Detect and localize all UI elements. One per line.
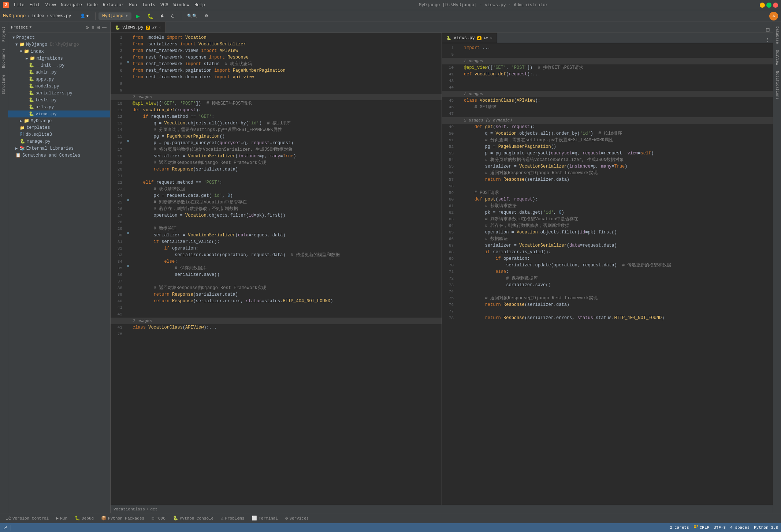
encoding-status[interactable]: CRLF [693, 525, 709, 530]
right-line-41: 41 def vocation_def(request):... [442, 71, 773, 78]
right-tab-views[interactable]: 🐍 views.py 3 ▲▼ ✕ [442, 33, 497, 43]
todo-tab[interactable]: ☑ TODO [149, 514, 168, 522]
database-tab[interactable]: Database [774, 23, 781, 47]
user-avatar[interactable]: A [769, 12, 778, 20]
tree-project[interactable]: ▼ Project [8, 34, 110, 41]
right-line-64: 64 # 若存在，则执行数据修改；否则新增数据 [442, 222, 773, 229]
run-tab[interactable]: ▶ Run [53, 514, 70, 522]
search-everywhere-btn[interactable]: 🔍🔍 [184, 12, 200, 19]
tree-index[interactable]: ▼ 📁 index [8, 48, 110, 55]
sciview-tab[interactable]: SciView [774, 47, 781, 68]
menu-file[interactable]: File [12, 2, 27, 8]
right-line-44: 44 [442, 84, 773, 91]
menu-run[interactable]: Run [127, 2, 139, 8]
code-line-5: 5 from rest_framework import status # 响应… [111, 61, 442, 67]
profile-btn[interactable]: 👤▼ [77, 12, 92, 19]
terminal-tab[interactable]: ⬜ Terminal [249, 514, 281, 522]
version-control-label: Version Control [12, 516, 49, 521]
profile-run-btn[interactable]: ⏱ [168, 13, 178, 19]
panel-settings-btn[interactable]: ⚙ [85, 24, 90, 31]
close-btn[interactable] [773, 3, 778, 8]
debug-tab[interactable]: 🐛 Debug [72, 514, 97, 522]
tree-serializers-py[interactable]: 🐍 serializers.py [8, 90, 110, 97]
editor-tab-left-views[interactable]: 🐍 views.py 3 ▲▼ ✕ [111, 22, 166, 33]
tree-models-py[interactable]: 🐍 models.py [8, 83, 110, 90]
menu-help[interactable]: Help [192, 2, 207, 8]
code-line-7: 7 from rest_framework.decorators import … [111, 74, 442, 80]
left-code-area[interactable]: 1 from .models import Vocation 2 from .s… [111, 33, 442, 505]
menu-window[interactable]: Window [171, 2, 191, 8]
tree-db-sqlite[interactable]: 🗄 db.sqlite3 [8, 131, 110, 138]
right-code-area[interactable]: 1 import ... 9 2 usages [442, 43, 773, 505]
menu-vcs[interactable]: VCS [158, 2, 171, 8]
templates-icon: 📁 [20, 125, 25, 130]
right-pane-options-btn[interactable]: ⋮ [765, 37, 770, 42]
panel-dropdown[interactable]: ▼ [29, 25, 31, 29]
tree-mydjango-root[interactable]: ▼ 📁 MyDjango D:\MyDjango [8, 41, 110, 48]
git-status[interactable]: ⎇ [3, 525, 8, 530]
structure-side-tab[interactable]: Structure [0, 72, 7, 97]
left-editor-pane: 1 from .models import Vocation 2 from .s… [111, 33, 442, 505]
right-line-54: 54 # 将分页后的数据传递给VocationSerializer, 生成JSO… [442, 157, 773, 163]
tree-scratches[interactable]: 📋 Scratches and Consoles [8, 152, 110, 159]
tree-manage-py[interactable]: 🐍 manage.py [8, 138, 110, 145]
title-bar: J File Edit View Navigate Code Refactor … [0, 0, 781, 10]
tree-views-py[interactable]: 🐍 views.py [8, 110, 110, 117]
code-line-31: 31 if serializer.is_valid(): [111, 239, 442, 245]
editor-split: 1 from .models import Vocation 2 from .s… [111, 33, 773, 505]
indent-status[interactable]: 4 spaces [730, 525, 750, 530]
maximize-btn[interactable] [766, 3, 771, 8]
version-control-tab[interactable]: ⎇ Version Control [3, 514, 52, 522]
minimize-btn[interactable] [760, 3, 765, 8]
debug-btn[interactable]: 🐛 [144, 12, 156, 20]
python-version-status[interactable]: Python 3.8 [754, 525, 778, 530]
problems-tab[interactable]: ⚠ Problems [218, 514, 247, 522]
run-config-selector[interactable]: MyDjango ▼ [98, 12, 131, 20]
project-side-tab[interactable]: Project [0, 23, 7, 45]
panel-hide-btn[interactable]: — [101, 24, 107, 31]
breadcrumb-item-2[interactable]: get [150, 507, 157, 512]
code-line-21: 21 [111, 173, 442, 179]
tree-templates[interactable]: 📁 templates [8, 124, 110, 131]
bookmarks-side-tab[interactable]: Bookmarks [0, 45, 7, 71]
menu-navigate[interactable]: Navigate [59, 2, 84, 8]
tree-migrations[interactable]: ▶ 📁 migrations [8, 55, 110, 62]
menu-code[interactable]: Code [85, 2, 100, 8]
panel-expand-btn[interactable]: ⊞ [96, 24, 101, 31]
menu-tools[interactable]: Tools [140, 2, 157, 8]
right-line-51: 51 # 分页查询，需要在settings.py中设置REST_FRAMEWOR… [442, 137, 773, 143]
tree-apps-py[interactable]: 🐍 apps.py [8, 76, 110, 83]
right-line-50: 50 q = Vocation.objects.all().order_by('… [442, 130, 773, 137]
settings-btn[interactable]: ⚙ [202, 12, 211, 19]
code-line-42: 42 [111, 311, 442, 318]
tree-admin-py[interactable]: 🐍 admin.py [8, 69, 110, 76]
services-tab[interactable]: ⚙ Services [282, 514, 312, 522]
code-line-25: 25 # 判断请求参数id在模型Vocation中是否存在 [111, 199, 442, 206]
code-line-37: 37 [111, 278, 442, 285]
tree-external-libs[interactable]: ▶ 📚 External Libraries [8, 145, 110, 152]
carets-status[interactable]: 2 carets [670, 525, 689, 530]
coverage-btn[interactable]: ▶̈ [158, 12, 167, 19]
python-console-tab[interactable]: 🐍 Python Console [170, 514, 216, 522]
split-editor-btn[interactable]: ⊟ [766, 27, 770, 33]
tree-urls-py[interactable]: 🐍 urls.py [8, 104, 110, 110]
tree-tests-py[interactable]: 🐍 tests.py [8, 97, 110, 104]
code-line-18: 18 serializer = VocationSerializer(insta… [111, 153, 442, 160]
panel-sort-btn[interactable]: ≡ [91, 24, 95, 31]
menu-refactor[interactable]: Refactor [101, 2, 126, 8]
breadcrumb-item-1[interactable]: VocationClass [114, 507, 145, 512]
right-usages-3: 2 usages (2 dynamic) [442, 117, 773, 124]
menu-view[interactable]: View [43, 2, 58, 8]
utf8-status[interactable]: UTF-8 [714, 525, 726, 530]
left-side-tabs: Project Bookmarks Structure [0, 22, 8, 513]
notifications-tab[interactable]: Notifications [774, 68, 781, 102]
python-packages-tab[interactable]: 📦 Python Packages [98, 514, 147, 522]
left-tab-close[interactable]: ✕ [159, 25, 161, 30]
tree-init-py[interactable]: 🐍 __init__.py [8, 62, 110, 69]
code-line-23: 23 # 获取请求数据 [111, 186, 442, 192]
right-tab-arrows: ▲▼ [484, 36, 488, 40]
run-btn[interactable]: ▶ [133, 12, 143, 20]
menu-edit[interactable]: Edit [27, 2, 42, 8]
tree-mydjango-sub[interactable]: ▶ 📁 MyDjango [8, 117, 110, 124]
right-tab-close[interactable]: ✕ [490, 36, 492, 40]
